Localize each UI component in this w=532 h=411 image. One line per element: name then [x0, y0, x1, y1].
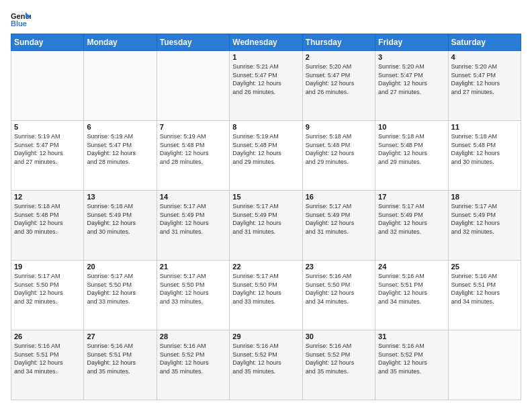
day-number: 17 [378, 193, 445, 201]
day-info: Sunrise: 5:19 AM Sunset: 5:48 PM Dayligh… [160, 132, 226, 166]
calendar-cell: 14Sunrise: 5:17 AM Sunset: 5:49 PM Dayli… [157, 191, 229, 261]
logo: General Blue [11, 11, 34, 27]
day-number: 20 [87, 263, 153, 271]
day-number: 9 [306, 123, 372, 131]
day-info: Sunrise: 5:19 AM Sunset: 5:47 PM Dayligh… [14, 132, 81, 166]
day-number: 15 [232, 193, 299, 201]
day-number: 31 [378, 332, 445, 340]
day-info: Sunrise: 5:20 AM Sunset: 5:47 PM Dayligh… [306, 62, 372, 96]
day-info: Sunrise: 5:17 AM Sunset: 5:50 PM Dayligh… [87, 272, 153, 306]
day-info: Sunrise: 5:16 AM Sunset: 5:51 PM Dayligh… [451, 272, 518, 306]
calendar-cell: 19Sunrise: 5:17 AM Sunset: 5:50 PM Dayli… [11, 261, 84, 330]
calendar-cell: 4Sunrise: 5:20 AM Sunset: 5:47 PM Daylig… [448, 51, 521, 121]
weekday-header: Monday [84, 34, 157, 51]
calendar-cell: 24Sunrise: 5:16 AM Sunset: 5:51 PM Dayli… [375, 261, 448, 330]
calendar-cell: 20Sunrise: 5:17 AM Sunset: 5:50 PM Dayli… [84, 261, 157, 330]
logo-icon: General Blue [11, 11, 31, 27]
day-number: 7 [160, 123, 226, 131]
calendar-cell [84, 51, 157, 121]
calendar-cell: 5Sunrise: 5:19 AM Sunset: 5:47 PM Daylig… [11, 121, 84, 191]
day-number: 24 [378, 263, 445, 271]
day-info: Sunrise: 5:16 AM Sunset: 5:51 PM Dayligh… [14, 342, 81, 375]
day-info: Sunrise: 5:16 AM Sunset: 5:52 PM Dayligh… [378, 342, 445, 375]
calendar-cell: 18Sunrise: 5:17 AM Sunset: 5:49 PM Dayli… [448, 191, 521, 261]
calendar-cell: 27Sunrise: 5:16 AM Sunset: 5:51 PM Dayli… [84, 330, 157, 400]
header: General Blue [11, 11, 521, 27]
day-info: Sunrise: 5:16 AM Sunset: 5:52 PM Dayligh… [160, 342, 226, 375]
day-info: Sunrise: 5:18 AM Sunset: 5:48 PM Dayligh… [306, 132, 372, 166]
day-info: Sunrise: 5:16 AM Sunset: 5:50 PM Dayligh… [306, 272, 372, 306]
page: General Blue SundayMondayTuesdayWednesda… [0, 0, 532, 411]
day-number: 30 [306, 332, 372, 340]
day-info: Sunrise: 5:17 AM Sunset: 5:50 PM Dayligh… [160, 272, 226, 306]
day-info: Sunrise: 5:16 AM Sunset: 5:52 PM Dayligh… [232, 342, 299, 375]
day-number: 25 [451, 263, 518, 271]
day-number: 2 [306, 53, 372, 61]
day-info: Sunrise: 5:19 AM Sunset: 5:47 PM Dayligh… [87, 132, 153, 166]
day-info: Sunrise: 5:20 AM Sunset: 5:47 PM Dayligh… [451, 62, 518, 96]
day-number: 6 [87, 123, 153, 131]
calendar-cell: 9Sunrise: 5:18 AM Sunset: 5:48 PM Daylig… [302, 121, 375, 191]
svg-text:Blue: Blue [11, 19, 27, 27]
day-info: Sunrise: 5:18 AM Sunset: 5:48 PM Dayligh… [378, 132, 445, 166]
calendar-cell: 11Sunrise: 5:18 AM Sunset: 5:48 PM Dayli… [448, 121, 521, 191]
day-number: 23 [306, 263, 372, 271]
day-info: Sunrise: 5:18 AM Sunset: 5:48 PM Dayligh… [14, 202, 81, 236]
weekday-header: Thursday [302, 34, 375, 51]
day-info: Sunrise: 5:16 AM Sunset: 5:51 PM Dayligh… [378, 272, 445, 306]
calendar-week-row: 19Sunrise: 5:17 AM Sunset: 5:50 PM Dayli… [11, 261, 521, 330]
day-info: Sunrise: 5:17 AM Sunset: 5:50 PM Dayligh… [232, 272, 299, 306]
day-number: 29 [232, 332, 299, 340]
calendar-cell: 3Sunrise: 5:20 AM Sunset: 5:47 PM Daylig… [375, 51, 448, 121]
calendar-cell: 10Sunrise: 5:18 AM Sunset: 5:48 PM Dayli… [375, 121, 448, 191]
calendar-cell: 16Sunrise: 5:17 AM Sunset: 5:49 PM Dayli… [302, 191, 375, 261]
weekday-header: Wednesday [230, 34, 302, 51]
day-number: 11 [451, 123, 518, 131]
calendar-cell [157, 51, 229, 121]
calendar-cell: 25Sunrise: 5:16 AM Sunset: 5:51 PM Dayli… [448, 261, 521, 330]
day-number: 8 [232, 123, 299, 131]
day-number: 18 [451, 193, 518, 201]
calendar-week-row: 1Sunrise: 5:21 AM Sunset: 5:47 PM Daylig… [11, 51, 521, 121]
calendar-cell: 28Sunrise: 5:16 AM Sunset: 5:52 PM Dayli… [157, 330, 229, 400]
calendar-cell: 7Sunrise: 5:19 AM Sunset: 5:48 PM Daylig… [157, 121, 229, 191]
day-number: 14 [160, 193, 226, 201]
calendar-week-row: 12Sunrise: 5:18 AM Sunset: 5:48 PM Dayli… [11, 191, 521, 261]
calendar-cell: 8Sunrise: 5:19 AM Sunset: 5:48 PM Daylig… [230, 121, 302, 191]
calendar-cell: 1Sunrise: 5:21 AM Sunset: 5:47 PM Daylig… [230, 51, 302, 121]
calendar-week-row: 26Sunrise: 5:16 AM Sunset: 5:51 PM Dayli… [11, 330, 521, 400]
day-info: Sunrise: 5:21 AM Sunset: 5:47 PM Dayligh… [232, 62, 299, 96]
day-number: 19 [14, 263, 81, 271]
weekday-header: Saturday [448, 34, 521, 51]
calendar-cell: 23Sunrise: 5:16 AM Sunset: 5:50 PM Dayli… [302, 261, 375, 330]
day-info: Sunrise: 5:17 AM Sunset: 5:50 PM Dayligh… [14, 272, 81, 306]
weekday-header: Sunday [11, 34, 84, 51]
day-number: 27 [87, 332, 153, 340]
calendar-cell: 30Sunrise: 5:16 AM Sunset: 5:52 PM Dayli… [302, 330, 375, 400]
day-info: Sunrise: 5:16 AM Sunset: 5:51 PM Dayligh… [87, 342, 153, 375]
calendar-cell: 12Sunrise: 5:18 AM Sunset: 5:48 PM Dayli… [11, 191, 84, 261]
day-number: 26 [14, 332, 81, 340]
calendar-cell: 29Sunrise: 5:16 AM Sunset: 5:52 PM Dayli… [230, 330, 302, 400]
calendar-cell: 22Sunrise: 5:17 AM Sunset: 5:50 PM Dayli… [230, 261, 302, 330]
calendar-cell [448, 330, 521, 400]
day-info: Sunrise: 5:17 AM Sunset: 5:49 PM Dayligh… [232, 202, 299, 236]
day-info: Sunrise: 5:18 AM Sunset: 5:49 PM Dayligh… [87, 202, 153, 236]
day-info: Sunrise: 5:17 AM Sunset: 5:49 PM Dayligh… [160, 202, 226, 236]
day-number: 12 [14, 193, 81, 201]
day-info: Sunrise: 5:17 AM Sunset: 5:49 PM Dayligh… [378, 202, 445, 236]
day-info: Sunrise: 5:16 AM Sunset: 5:52 PM Dayligh… [306, 342, 372, 375]
calendar-cell: 13Sunrise: 5:18 AM Sunset: 5:49 PM Dayli… [84, 191, 157, 261]
calendar-week-row: 5Sunrise: 5:19 AM Sunset: 5:47 PM Daylig… [11, 121, 521, 191]
calendar-cell: 26Sunrise: 5:16 AM Sunset: 5:51 PM Dayli… [11, 330, 84, 400]
day-number: 16 [306, 193, 372, 201]
calendar-cell: 21Sunrise: 5:17 AM Sunset: 5:50 PM Dayli… [157, 261, 229, 330]
calendar-cell: 17Sunrise: 5:17 AM Sunset: 5:49 PM Dayli… [375, 191, 448, 261]
calendar-header-row: SundayMondayTuesdayWednesdayThursdayFrid… [11, 34, 521, 51]
calendar-cell: 15Sunrise: 5:17 AM Sunset: 5:49 PM Dayli… [230, 191, 302, 261]
weekday-header: Tuesday [157, 34, 229, 51]
day-info: Sunrise: 5:20 AM Sunset: 5:47 PM Dayligh… [378, 62, 445, 96]
calendar-cell [11, 51, 84, 121]
calendar-table: SundayMondayTuesdayWednesdayThursdayFrid… [11, 34, 521, 400]
calendar-cell: 2Sunrise: 5:20 AM Sunset: 5:47 PM Daylig… [302, 51, 375, 121]
